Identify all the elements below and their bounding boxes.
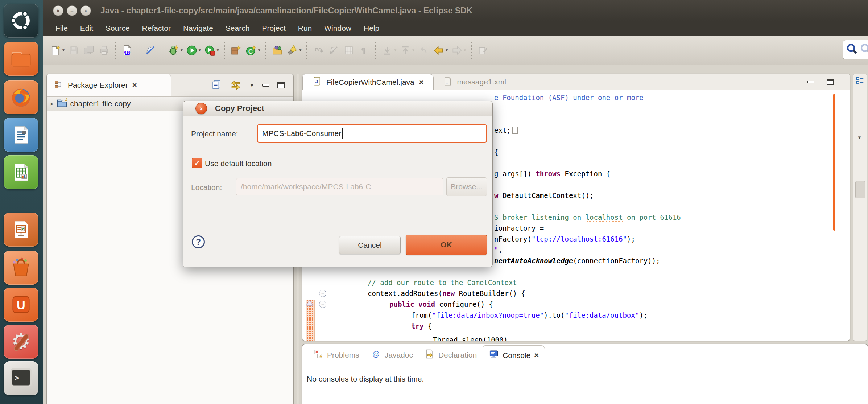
window-close-button[interactable]: × <box>53 5 63 16</box>
menu-project[interactable]: Project <box>256 24 292 33</box>
fold-collapse-icon[interactable]: − <box>319 290 326 297</box>
code-token: context.addRoutes( <box>368 289 442 297</box>
maximize-view-icon[interactable] <box>277 82 285 88</box>
toolbar-separator <box>162 42 162 59</box>
gutter-annotation-bar <box>306 300 315 341</box>
menu-navigate[interactable]: Navigate <box>177 24 219 33</box>
launcher-software-center-icon[interactable] <box>4 251 38 285</box>
use-default-location-label[interactable]: Use default location <box>205 159 272 168</box>
tab-message1-xml[interactable]: message1.xml <box>434 74 516 90</box>
toolbar-group: 010 <box>120 42 135 59</box>
launcher-files-icon[interactable] <box>4 42 38 76</box>
console-tab-label: Declaration <box>438 351 477 359</box>
save-icon <box>66 42 81 59</box>
menu-help[interactable]: Help <box>357 24 385 33</box>
dialog-close-button[interactable]: × <box>195 103 207 114</box>
launcher-system-settings-icon[interactable]: ⚙ <box>4 325 38 359</box>
cancel-button[interactable]: Cancel <box>339 236 401 254</box>
code-token: // add our route to the CamelContext <box>368 279 517 286</box>
menu-search[interactable]: Search <box>219 24 256 33</box>
binary-file-icon[interactable]: 010 <box>120 42 135 59</box>
svg-text:U: U <box>17 298 25 312</box>
scroll-handle[interactable] <box>855 181 865 198</box>
menu-file[interactable]: File <box>49 24 74 33</box>
skip-breakpoints-icon[interactable] <box>143 42 158 59</box>
ok-button[interactable]: OK <box>406 235 487 255</box>
code-token: w <box>494 191 498 199</box>
menu-run[interactable]: Run <box>292 24 318 33</box>
open-type-icon[interactable] <box>270 42 285 59</box>
help-button[interactable]: ? <box>192 235 205 248</box>
use-default-location-checkbox[interactable]: ✓ <box>192 158 202 168</box>
menubar: FileEditSourceRefactorNavigateSearchProj… <box>43 21 868 36</box>
svg-text:010: 010 <box>124 50 130 54</box>
window-maximize-button[interactable]: ▫ <box>80 5 91 16</box>
view-menu-icon[interactable]: ▼ <box>249 83 254 88</box>
java-project-folder-icon: J <box>57 98 67 110</box>
code-line: nFactory("tcp://localhost:61616"); <box>494 234 635 244</box>
menu-refactor[interactable]: Refactor <box>136 24 177 33</box>
menu-window[interactable]: Window <box>318 24 357 33</box>
menu-source[interactable]: Source <box>99 24 136 33</box>
code-token: { <box>423 322 432 330</box>
minimize-editor-icon[interactable] <box>807 81 814 83</box>
tab-filecopierwithcamel-java[interactable]: J FileCopierWithCamel.java × <box>302 74 434 90</box>
launcher-libreoffice-calc-icon[interactable] <box>4 155 38 189</box>
code-token: DefaultCamelContext(); <box>498 191 594 199</box>
code-token: e Foundation (ASF) under one or more <box>494 94 644 102</box>
tree-expander-icon[interactable]: ▸ <box>51 100 54 107</box>
launcher-ubuntu-dash-icon[interactable] <box>4 4 38 38</box>
collapse-all-icon[interactable] <box>211 79 222 91</box>
launcher-firefox-icon[interactable] <box>4 80 38 114</box>
maximize-editor-icon[interactable] <box>827 79 834 85</box>
main-toolbar: ▼010▼▼▼C▼▼G¶▼▼▼▼ <box>43 36 868 65</box>
editor-scrollbar-thumb[interactable] <box>833 94 835 231</box>
launcher-libreoffice-writer-icon[interactable] <box>4 118 38 152</box>
minimize-view-icon[interactable] <box>262 84 269 87</box>
new-wizard-icon[interactable] <box>48 42 63 59</box>
toolbar-group <box>143 42 158 59</box>
console-tab-console[interactable]: Console× <box>483 345 545 366</box>
toolbar-group: G¶ <box>311 42 372 59</box>
code-line: // add our route to the CamelContext <box>368 278 517 287</box>
dialog-titlebar[interactable]: × Copy Project <box>183 101 492 116</box>
code-token: { <box>494 148 498 156</box>
folded-region-icon <box>645 94 650 101</box>
code-line: ext; <box>494 125 518 135</box>
new-java-class-icon[interactable]: C <box>244 42 259 59</box>
new-java-package-icon[interactable] <box>228 42 244 59</box>
debug-icon[interactable] <box>166 42 181 59</box>
toolbar-group <box>475 42 491 59</box>
editor-area-controls <box>807 74 850 90</box>
toolbar-group: ▼ <box>270 42 303 59</box>
fold-collapse-icon[interactable]: − <box>319 301 326 308</box>
console-tab-javadoc[interactable]: @Javadoc <box>365 345 419 365</box>
close-tab-icon[interactable]: × <box>419 78 424 86</box>
toolbar-separator <box>375 42 376 59</box>
search-flashlight-icon[interactable] <box>285 42 300 59</box>
prev-annotation-icon <box>398 42 413 59</box>
next-annotation-icon <box>380 42 395 59</box>
run-icon[interactable] <box>184 42 199 59</box>
launcher-ubuntu-one-icon[interactable]: U <box>4 288 38 322</box>
run-external-icon[interactable] <box>202 42 218 59</box>
chevron-down-icon[interactable]: ▼ <box>857 135 862 140</box>
text-caret <box>342 128 343 139</box>
link-with-editor-icon[interactable] <box>230 79 241 92</box>
console-tab-declaration[interactable]: Declaration <box>419 345 483 365</box>
menu-edit[interactable]: Edit <box>74 24 99 33</box>
quick-access-search[interactable] <box>843 40 868 59</box>
close-tab-icon[interactable]: × <box>534 351 539 359</box>
console-tab-problems[interactable]: Problems <box>307 345 365 365</box>
tab-package-explorer[interactable]: Package Explorer × <box>47 74 171 96</box>
project-name-input[interactable]: MPCS-Lab6-Consumer <box>257 124 487 143</box>
close-view-icon[interactable]: × <box>132 81 137 89</box>
launcher-libreoffice-impress-icon[interactable] <box>4 213 38 247</box>
code-token: void <box>418 300 435 308</box>
code-token: ); <box>627 235 635 243</box>
code-line: public void configure() { <box>389 300 493 309</box>
launcher-terminal-icon[interactable]: > <box>4 361 38 395</box>
window-minimize-button[interactable]: – <box>67 5 77 16</box>
back-icon[interactable] <box>431 42 446 59</box>
outline-view-icon[interactable] <box>855 76 865 87</box>
